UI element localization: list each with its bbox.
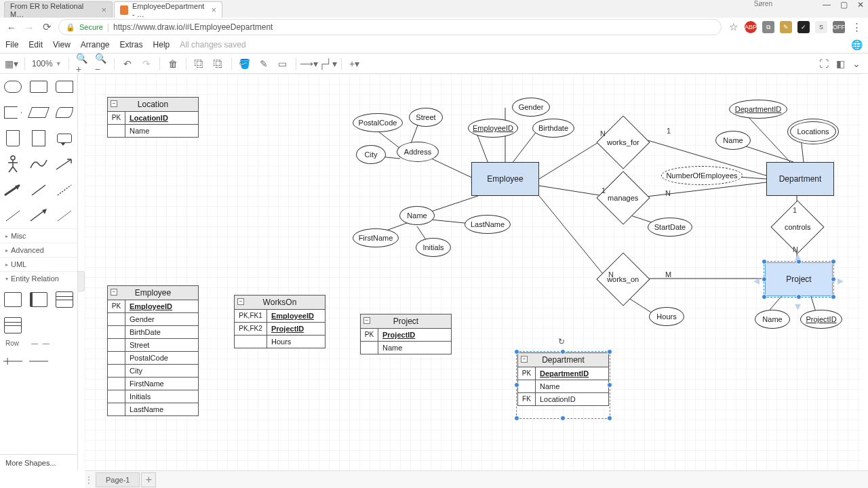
- sidebar-section-uml[interactable]: ▸UML: [0, 257, 77, 271]
- attr-firstname[interactable]: FirstName: [353, 228, 399, 247]
- menu-edit[interactable]: Edit: [28, 40, 43, 49]
- menu-extras[interactable]: Extras: [120, 40, 143, 49]
- canvas[interactable]: Employee Department Project works_for ma…: [85, 74, 861, 470]
- shape-stencil[interactable]: [1, 204, 24, 227]
- zoom-out-icon[interactable]: 🔍−: [95, 58, 107, 70]
- entity-project[interactable]: Project: [765, 262, 833, 296]
- redo-icon[interactable]: ↷: [140, 58, 153, 70]
- attr-name-dept[interactable]: Name: [715, 131, 751, 150]
- fill-icon[interactable]: 🪣: [239, 58, 251, 70]
- shape-stencil[interactable]: [53, 75, 76, 98]
- menu-help[interactable]: Help: [153, 40, 170, 49]
- profile-chip[interactable]: Søren: [754, 0, 772, 9]
- add-page-button[interactable]: +: [141, 472, 156, 487]
- collapse-icon[interactable]: −: [237, 298, 244, 305]
- maximize-icon[interactable]: ▢: [840, 0, 848, 9]
- attr-projectid[interactable]: ProjectID: [800, 310, 842, 329]
- shape-stencil[interactable]: [1, 314, 24, 337]
- table-row[interactable]: PKEmployeeID: [108, 300, 198, 312]
- table-row[interactable]: Gender: [108, 312, 198, 325]
- page-tab[interactable]: Page-1: [96, 472, 140, 487]
- globe-icon[interactable]: 🌐: [851, 39, 863, 50]
- row-label[interactable]: Row: [5, 340, 19, 347]
- delete-icon[interactable]: 🗑: [167, 58, 179, 70]
- back-icon[interactable]: ←: [5, 22, 18, 33]
- connect-arrow-icon[interactable]: ◂: [753, 273, 760, 288]
- collapse-icon[interactable]: −: [363, 317, 370, 324]
- attr-name-proj[interactable]: Name: [755, 310, 790, 329]
- close-icon[interactable]: ×: [101, 5, 106, 15]
- table-row[interactable]: Initials: [108, 390, 198, 403]
- table-row[interactable]: BirthDate: [108, 325, 198, 338]
- attr-initials[interactable]: Initials: [416, 238, 451, 257]
- table-row[interactable]: Name: [108, 124, 198, 137]
- shadow-icon[interactable]: ▭: [277, 58, 289, 70]
- table-project[interactable]: −Project PKProjectIDName: [360, 314, 452, 354]
- close-icon[interactable]: ×: [211, 5, 216, 15]
- shape-stencil[interactable]: [27, 75, 50, 98]
- table-row[interactable]: PKDepartmentID: [518, 367, 608, 380]
- table-row[interactable]: Hours: [235, 335, 325, 348]
- minimize-icon[interactable]: —: [823, 0, 831, 9]
- shape-stencil[interactable]: [27, 178, 50, 201]
- shape-stencil[interactable]: [27, 127, 50, 150]
- shape-stencil[interactable]: [53, 204, 76, 227]
- shape-stencil[interactable]: [53, 288, 76, 311]
- table-location[interactable]: −Location PKLocationIDName: [107, 97, 199, 138]
- sidebar-collapse-handle[interactable]: [78, 271, 85, 291]
- shape-stencil[interactable]: [1, 152, 24, 176]
- line-color-icon[interactable]: ✎: [258, 58, 270, 70]
- connect-arrow-icon[interactable]: ▾: [795, 299, 801, 314]
- menu-icon[interactable]: ⋮: [850, 21, 863, 33]
- browser-tab-0[interactable]: From ER to Relational M… ×: [4, 1, 113, 18]
- attr-employeeid[interactable]: EmployeeID: [468, 119, 518, 138]
- extension-icon[interactable]: ⧉: [762, 21, 774, 33]
- table-row[interactable]: LastName: [108, 403, 198, 415]
- connection-icon[interactable]: ⟶▾: [303, 58, 315, 70]
- table-row[interactable]: PKProjectID: [361, 329, 451, 341]
- shape-stencil[interactable]: [1, 350, 24, 373]
- fullscreen-icon[interactable]: ⛶: [818, 58, 830, 70]
- extension-icon[interactable]: OFF: [833, 21, 845, 33]
- entity-department[interactable]: Department: [766, 162, 834, 196]
- collapse-icon[interactable]: −: [111, 289, 117, 296]
- insert-icon[interactable]: +▾: [349, 58, 361, 70]
- attr-city[interactable]: City: [356, 145, 386, 164]
- table-row[interactable]: Name: [361, 341, 451, 354]
- rel-works-on[interactable]: works_on: [596, 252, 650, 306]
- undo-icon[interactable]: ↶: [121, 58, 134, 70]
- to-front-icon[interactable]: ⿻: [193, 58, 205, 70]
- attr-lastname[interactable]: LastName: [465, 215, 511, 234]
- waypoint-icon[interactable]: ┌┘▾: [322, 58, 334, 70]
- shape-stencil[interactable]: [27, 101, 50, 124]
- shape-stencil[interactable]: [1, 288, 24, 311]
- table-row[interactable]: FirstName: [108, 377, 198, 390]
- shape-stencil[interactable]: [27, 152, 50, 176]
- attr-hours[interactable]: Hours: [649, 307, 684, 326]
- table-row[interactable]: PK,FK2ProjectID: [235, 322, 325, 335]
- table-row[interactable]: Street: [108, 338, 198, 351]
- attr-departmentid[interactable]: DepartmentID: [729, 100, 787, 119]
- table-department[interactable]: −Department PKDepartmentIDNameFKLocation…: [517, 352, 609, 406]
- connect-arrow-icon[interactable]: ▴: [795, 249, 801, 264]
- shape-stencil[interactable]: [53, 127, 76, 150]
- shape-stencil[interactable]: [53, 152, 76, 176]
- shape-stencil[interactable]: [27, 350, 50, 373]
- attr-gender[interactable]: Gender: [512, 98, 550, 117]
- sidebar-section-advanced[interactable]: ▸Advanced: [0, 243, 77, 257]
- browser-tab-1[interactable]: EmployeeDepartment - … ×: [114, 1, 222, 18]
- rotate-icon[interactable]: ↻: [558, 337, 566, 345]
- table-employee[interactable]: −Employee PKEmployeeIDGenderBirthDateStr…: [107, 285, 199, 416]
- collapse-icon[interactable]: −: [111, 100, 117, 107]
- table-row[interactable]: PK,FK1EmployeeID: [235, 310, 325, 322]
- collapse-icon[interactable]: ⌄: [850, 58, 863, 70]
- rel-manages[interactable]: manages: [596, 171, 650, 224]
- shape-stencil[interactable]: [1, 75, 24, 98]
- shape-stencil[interactable]: [1, 127, 24, 150]
- collapse-icon[interactable]: −: [521, 356, 528, 363]
- shape-stencil[interactable]: [53, 178, 76, 201]
- shape-stencil[interactable]: [27, 204, 50, 227]
- shape-stencil[interactable]: [1, 101, 24, 124]
- zoom-select[interactable]: 100%▼: [32, 59, 62, 68]
- menu-file[interactable]: File: [5, 40, 18, 49]
